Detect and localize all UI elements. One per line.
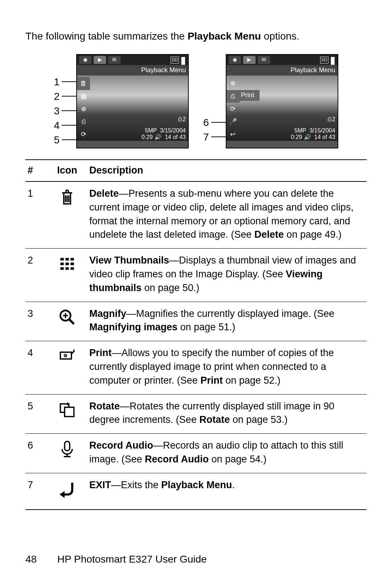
screen-body: 🗑 ▦ ⊕ ⎙ ⟳ ⎙2 5MP 3/15/2004 0:29 🔊 14 of … bbox=[77, 75, 188, 141]
table-row: 7EXIT—Exits the Playback Menu. bbox=[25, 473, 367, 509]
row-num: 5 bbox=[25, 394, 47, 434]
row-desc: Delete—Presents a sub-menu where you can… bbox=[87, 181, 367, 249]
row-desc: EXIT—Exits the Playback Menu. bbox=[87, 473, 367, 509]
table-row: 5Rotate—Rotates the currently displayed … bbox=[25, 394, 367, 434]
row-desc: Rotate—Rotates the currently displayed s… bbox=[87, 394, 367, 434]
right-callout-group: 6 7 ◉ ▶ ✉ SD▮ Playback Menu ⊕ ⎙ ⟳ 🎤 ↩ Pr… bbox=[203, 54, 338, 148]
col-desc: Description bbox=[87, 160, 367, 181]
intro-pre: The following table summarizes the bbox=[25, 30, 188, 42]
magnify-icon: ⊕ bbox=[226, 77, 240, 90]
rotate-icon: ⟳ bbox=[226, 103, 240, 115]
row-num: 2 bbox=[25, 249, 47, 302]
row-desc: Print—Allows you to specify the number o… bbox=[87, 341, 367, 394]
left-callout-group: 1 2 3 4 5 ◉ ▶ ✉ SD▮ Playback Menu 🗑 ▦ ⊕ … bbox=[54, 54, 189, 148]
playback-tab-icon: ▶ bbox=[243, 56, 256, 64]
print-badge: ⎙2 bbox=[328, 115, 335, 123]
callout-1: 1 bbox=[54, 74, 76, 89]
row-num: 4 bbox=[25, 341, 47, 394]
magnify-icon: ⊕ bbox=[77, 103, 90, 115]
figure-area: 1 2 3 4 5 ◉ ▶ ✉ SD▮ Playback Menu 🗑 ▦ ⊕ … bbox=[25, 54, 367, 148]
callout-2: 2 bbox=[54, 89, 76, 103]
row-num: 7 bbox=[25, 473, 47, 509]
row-desc: View Thumbnails—Displays a thumbnail vie… bbox=[87, 249, 367, 302]
screen-tabs: ◉ ▶ ✉ SD▮ bbox=[226, 55, 338, 65]
right-callouts: 6 7 bbox=[203, 54, 226, 144]
mic-icon bbox=[47, 434, 87, 473]
callout-7: 7 bbox=[203, 130, 226, 144]
left-callouts: 1 2 3 4 5 bbox=[54, 54, 76, 147]
sd-icon: SD bbox=[320, 57, 328, 64]
footer-title: HP Photosmart E327 User Guide bbox=[57, 554, 207, 565]
callout-6: 6 bbox=[203, 115, 226, 130]
rotate-icon bbox=[47, 394, 87, 434]
row-num: 1 bbox=[25, 181, 47, 249]
print-label: Print bbox=[240, 90, 260, 101]
callout-4: 4 bbox=[54, 118, 76, 132]
camera-tab-icon: ◉ bbox=[79, 56, 91, 64]
trash-icon: 🗑 bbox=[77, 77, 90, 90]
col-icon: Icon bbox=[47, 160, 87, 181]
screen-meta: 5MP 3/15/2004 0:29 🔊 14 of 43 bbox=[226, 125, 338, 141]
playback-menu-table: # Icon Description 1Delete—Presents a su… bbox=[25, 159, 367, 510]
table-row: 4Print—Allows you to specify the number … bbox=[25, 341, 367, 394]
intro-bold: Playback Menu bbox=[188, 30, 261, 42]
trash-icon bbox=[47, 181, 87, 249]
table-row: 2View Thumbnails—Displays a thumbnail vi… bbox=[25, 249, 367, 302]
share-tab-icon: ✉ bbox=[258, 56, 270, 64]
footer: 48 HP Photosmart E327 User Guide bbox=[25, 552, 207, 566]
thumbnails-icon bbox=[47, 249, 87, 302]
row-num: 6 bbox=[25, 434, 47, 473]
screen-left: ◉ ▶ ✉ SD▮ Playback Menu 🗑 ▦ ⊕ ⎙ ⟳ ⎙2 5MP… bbox=[76, 54, 189, 148]
intro-post: options. bbox=[261, 30, 299, 42]
screen-title: Playback Menu bbox=[226, 65, 338, 75]
print-icon bbox=[47, 341, 87, 394]
row-desc: Magnify—Magnifies the currently displaye… bbox=[87, 302, 367, 341]
table-row: 6Record Audio—Records an audio clip to a… bbox=[25, 434, 367, 473]
print-badge: ⎙2 bbox=[178, 115, 186, 123]
magnify-icon bbox=[47, 302, 87, 341]
thumbnails-icon: ▦ bbox=[77, 90, 90, 103]
exit-icon bbox=[47, 473, 87, 509]
screen-meta: 5MP 3/15/2004 0:29 🔊 14 of 43 bbox=[77, 125, 188, 141]
sd-icon: SD bbox=[171, 57, 179, 64]
intro-text: The following table summarizes the Playb… bbox=[25, 29, 367, 43]
page-number: 48 bbox=[25, 552, 54, 566]
callout-3: 3 bbox=[54, 103, 76, 118]
screen-tabs: ◉ ▶ ✉ SD▮ bbox=[77, 55, 188, 65]
share-tab-icon: ✉ bbox=[108, 56, 121, 64]
screen-right: ◉ ▶ ✉ SD▮ Playback Menu ⊕ ⎙ ⟳ 🎤 ↩ Print … bbox=[226, 54, 338, 148]
print-icon: ⎙ bbox=[226, 90, 240, 103]
battery-icon: ▮ bbox=[330, 54, 335, 67]
table-row: 1Delete—Presents a sub-menu where you ca… bbox=[25, 181, 367, 249]
camera-tab-icon: ◉ bbox=[229, 56, 241, 64]
battery-icon: ▮ bbox=[180, 54, 186, 67]
table-row: 3Magnify—Magnifies the currently display… bbox=[25, 302, 367, 341]
screen-body: ⊕ ⎙ ⟳ 🎤 ↩ Print ⎙2 5MP 3/15/2004 0:29 🔊 … bbox=[226, 75, 338, 141]
playback-tab-icon: ▶ bbox=[94, 56, 106, 64]
col-num: # bbox=[25, 160, 47, 181]
row-desc: Record Audio—Records an audio clip to at… bbox=[87, 434, 367, 473]
screen-title: Playback Menu bbox=[77, 65, 188, 75]
row-num: 3 bbox=[25, 302, 47, 341]
callout-5: 5 bbox=[54, 132, 76, 147]
